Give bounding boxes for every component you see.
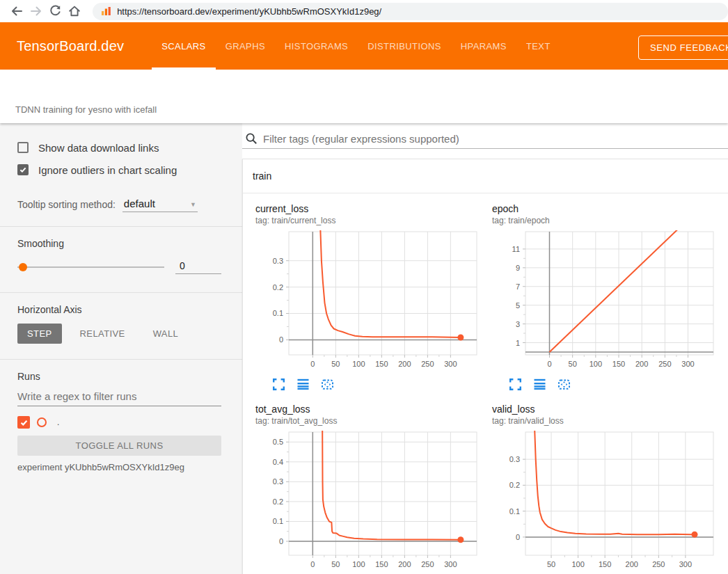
svg-text:50: 50 (331, 560, 340, 568)
url-text: https://tensorboard.dev/experiment/yKUbh… (117, 6, 381, 17)
home-icon[interactable] (65, 1, 84, 21)
scalar-line-chart[interactable]: 05010015020025030000.10.20.3 (255, 228, 481, 372)
toggle-all-runs-button[interactable]: TOGGLE ALL RUNS (17, 436, 221, 456)
chart-card: valid_loss tag: train/valid_loss 5010015… (480, 394, 716, 574)
svg-text:0: 0 (516, 533, 520, 541)
svg-text:3: 3 (516, 320, 520, 328)
runs-label: Runs (17, 371, 221, 382)
axis-step-button[interactable]: STEP (17, 324, 62, 344)
tab-graphs[interactable]: GRAPHS (216, 22, 275, 70)
svg-text:200: 200 (398, 560, 411, 568)
nav-tabs: SCALARS GRAPHS HISTOGRAMS DISTRIBUTIONS … (152, 22, 560, 70)
tag-filter-input[interactable] (263, 133, 728, 145)
svg-text:250: 250 (421, 560, 434, 568)
reload-icon[interactable] (46, 1, 65, 21)
ignore-outliers-row: Ignore outliers in chart scaling (17, 161, 221, 179)
expand-icon[interactable] (509, 378, 522, 391)
axis-relative-button[interactable]: RELATIVE (70, 324, 135, 344)
address-bar[interactable]: https://tensorboard.dev/experiment/yKUbh… (93, 3, 728, 20)
chart-toolbar (272, 377, 480, 391)
chart-title: current_loss (255, 203, 480, 214)
chart-plot-wrap: 5010015020025030000.10.20.3 (492, 429, 716, 574)
svg-text:0.2: 0.2 (509, 481, 520, 489)
horizontal-axis-label: Horizontal Axis (17, 304, 221, 315)
chart-title: epoch (492, 203, 716, 214)
chart-card: tot_avg_loss tag: train/tot_avg_loss 050… (243, 394, 480, 574)
svg-text:250: 250 (652, 560, 665, 568)
tag-group-header[interactable]: train (243, 159, 728, 193)
svg-text:300: 300 (679, 560, 692, 568)
tag-filter-row (242, 129, 728, 149)
app-header: TensorBoard.dev SCALARS GRAPHS HISTOGRAM… (0, 22, 728, 70)
tab-histograms[interactable]: HISTOGRAMS (275, 22, 358, 70)
tab-scalars[interactable]: SCALARS (152, 22, 216, 70)
forward-icon[interactable] (26, 1, 46, 21)
tooltip-sorting-select[interactable]: default ▼ (122, 198, 198, 212)
show-download-links-checkbox[interactable] (17, 142, 29, 153)
svg-text:0.1: 0.1 (273, 309, 283, 317)
svg-text:0.1: 0.1 (273, 517, 283, 525)
svg-text:0.3: 0.3 (273, 257, 283, 265)
experiment-id-label: experiment yKUbhb5wRmOSXYkId1z9eg (17, 462, 221, 472)
svg-text:0.2: 0.2 (273, 497, 283, 506)
chart-tag: tag: train/tot_avg_loss (255, 416, 480, 426)
svg-text:9: 9 (516, 264, 520, 272)
sidebar-divider (0, 359, 242, 360)
slider-thumb[interactable] (19, 263, 27, 271)
checkbox-label: Ignore outliers in chart scaling (38, 164, 177, 176)
smoothing-value-field[interactable]: 0 (175, 260, 221, 274)
search-icon (245, 132, 258, 145)
chart-plot-wrap: 05010015020025030000.10.20.3 (255, 228, 480, 374)
axis-wall-button[interactable]: WALL (143, 324, 189, 344)
main-panel: train current_loss tag: train/current_lo… (242, 123, 728, 574)
fit-domain-icon[interactable] (557, 378, 571, 391)
expand-icon[interactable] (272, 378, 285, 391)
log-scale-icon[interactable] (296, 378, 310, 391)
svg-text:0.1: 0.1 (509, 507, 520, 516)
tab-hparams[interactable]: HPARAMS (451, 22, 516, 70)
svg-text:300: 300 (444, 360, 457, 368)
ignore-outliers-checkbox[interactable] (17, 164, 29, 175)
svg-text:100: 100 (571, 560, 584, 568)
svg-text:150: 150 (375, 360, 388, 368)
browser-toolbar: https://tensorboard.dev/experiment/yKUbh… (0, 0, 728, 22)
runs-filter-wrap (17, 390, 221, 406)
scalar-line-chart[interactable]: 0501001502002503001357911 (492, 228, 718, 372)
tab-distributions[interactable]: DISTRIBUTIONS (358, 22, 451, 70)
chart-toolbar (509, 377, 716, 391)
svg-text:250: 250 (658, 360, 671, 368)
chart-tag: tag: train/epoch (492, 216, 716, 225)
sidebar-divider (0, 292, 242, 293)
svg-text:0: 0 (310, 360, 315, 368)
runs-filter-input[interactable] (17, 390, 221, 402)
svg-text:150: 150 (599, 560, 611, 568)
svg-text:100: 100 (352, 560, 365, 568)
horizontal-axis-buttons: STEP RELATIVE WALL (17, 324, 221, 344)
svg-text:7: 7 (516, 282, 520, 291)
tab-text[interactable]: TEXT (516, 22, 560, 70)
chart-title: valid_loss (492, 404, 716, 415)
fit-domain-icon[interactable] (321, 378, 334, 391)
svg-text:1: 1 (516, 339, 520, 347)
run-row: . (17, 415, 221, 429)
log-scale-icon[interactable] (533, 378, 546, 391)
back-icon[interactable] (7, 1, 26, 21)
run-name: . (57, 417, 59, 427)
send-feedback-button[interactable]: SEND FEEDBACK (638, 35, 728, 60)
experiment-description: TDNN training for yesno with icefall (15, 104, 728, 115)
smoothing-slider[interactable] (17, 266, 164, 268)
run-color-swatch (37, 417, 47, 427)
sidebar-divider (0, 226, 242, 227)
tensorboard-favicon-icon (101, 6, 111, 17)
experiment-bar: TDNN training for yesno with icefall (0, 70, 728, 123)
scalar-line-chart[interactable]: 05010015020025030000.10.20.30.40.5 (255, 429, 481, 572)
scalar-line-chart[interactable]: 5010015020025030000.10.20.3 (492, 429, 718, 572)
svg-text:5: 5 (516, 301, 520, 310)
svg-text:0.5: 0.5 (273, 438, 283, 446)
tag-group-card: train current_loss tag: train/current_lo… (242, 159, 728, 574)
svg-text:50: 50 (569, 360, 577, 368)
settings-sidebar: Show data download links Ignore outliers… (0, 123, 242, 574)
svg-text:100: 100 (589, 360, 602, 368)
svg-text:300: 300 (681, 360, 694, 368)
run-checkbox[interactable] (17, 416, 30, 429)
